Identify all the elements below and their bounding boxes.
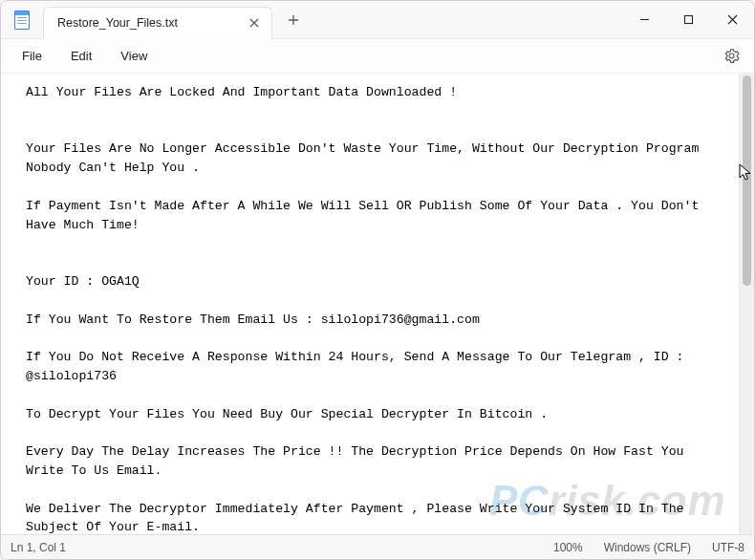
tab-title: Restore_Your_Files.txt bbox=[57, 16, 178, 30]
notepad-window: Restore_Your_Files.txt File Edit View bbox=[0, 0, 755, 560]
content-area: All Your Files Are Locked And Important … bbox=[1, 74, 754, 534]
close-tab-button[interactable] bbox=[245, 13, 264, 32]
menu-view[interactable]: View bbox=[107, 43, 161, 69]
minimize-button[interactable] bbox=[622, 1, 666, 39]
gear-icon bbox=[723, 48, 740, 64]
settings-button[interactable] bbox=[716, 41, 746, 72]
maximize-button[interactable] bbox=[666, 1, 710, 39]
close-window-button[interactable] bbox=[710, 1, 754, 39]
menubar: File Edit View bbox=[1, 39, 754, 74]
zoom-level[interactable]: 100% bbox=[553, 541, 583, 554]
menu-file[interactable]: File bbox=[9, 43, 55, 69]
scroll-thumb[interactable] bbox=[743, 75, 751, 286]
new-tab-button[interactable] bbox=[278, 5, 309, 35]
titlebar[interactable]: Restore_Your_Files.txt bbox=[1, 1, 754, 39]
notepad-icon bbox=[14, 11, 30, 30]
line-ending[interactable]: Windows (CRLF) bbox=[604, 541, 691, 554]
vertical-scrollbar[interactable] bbox=[739, 74, 754, 534]
cursor-position: Ln 1, Col 1 bbox=[11, 541, 66, 554]
statusbar: Ln 1, Col 1 100% Windows (CRLF) UTF-8 bbox=[1, 534, 754, 559]
window-controls bbox=[622, 1, 754, 39]
document-tab[interactable]: Restore_Your_Files.txt bbox=[43, 7, 272, 39]
encoding[interactable]: UTF-8 bbox=[712, 541, 744, 554]
text-editor[interactable]: All Your Files Are Locked And Important … bbox=[1, 74, 739, 534]
svg-rect-0 bbox=[684, 16, 692, 24]
menu-edit[interactable]: Edit bbox=[57, 43, 105, 69]
